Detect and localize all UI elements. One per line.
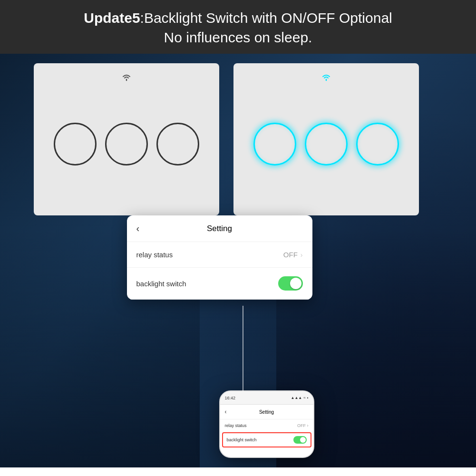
header-title-strong: Update5: [84, 10, 140, 26]
switch-panel-off: [34, 63, 219, 215]
relay-status-value: OFF ›: [283, 251, 303, 259]
battery-icon: ▪: [307, 396, 309, 400]
phone-back-button[interactable]: ‹: [225, 408, 227, 415]
relay-status-chevron-icon: ›: [301, 251, 303, 259]
phone-relay-row: relay status OFF ›: [220, 419, 313, 432]
phone-backlight-label: backlight switch: [227, 437, 257, 442]
phone-bottom-padding: [220, 447, 313, 457]
wifi-icon-left: [121, 73, 132, 84]
phone-relay-value: OFF ›: [297, 423, 309, 428]
relay-status-row[interactable]: relay status OFF ›: [127, 242, 312, 268]
phone-frame: 16:42 ▲▲▲ ≈ ▪ ‹ Setting relay status OFF…: [219, 390, 314, 458]
backlight-toggle[interactable]: [278, 276, 303, 291]
switch-button-2-off: [105, 123, 148, 165]
phone-status-bar: 16:42 ▲▲▲ ≈ ▪: [220, 391, 313, 405]
panels-container: [34, 63, 443, 215]
phone-app-header: ‹ Setting: [220, 405, 313, 419]
header-section: Update5:Backlight Switch with ON/OFF Opt…: [0, 0, 476, 54]
settings-back-button[interactable]: ‹: [136, 223, 140, 234]
toggle-knob: [290, 278, 301, 289]
settings-popup: ‹ Setting relay status OFF › backlight s…: [127, 215, 312, 300]
header-title-colon: :: [140, 10, 144, 26]
switch-panel-on: [233, 63, 419, 215]
phone-backlight-row: backlight switch: [222, 432, 311, 447]
relay-status-label: relay status: [136, 251, 173, 259]
wifi-icon-right: [321, 73, 332, 84]
phone-toggle-knob: [300, 437, 306, 443]
switch-button-1-off: [54, 123, 97, 165]
header-title-rest: Backlight Switch with ON/OFF Optional: [144, 10, 392, 26]
phone-mockup: 16:42 ▲▲▲ ≈ ▪ ‹ Setting relay status OFF…: [219, 390, 314, 458]
main-content: ‹ Setting relay status OFF › backlight s…: [0, 54, 476, 467]
phone-relay-label: relay status: [225, 423, 247, 428]
settings-title: Setting: [207, 224, 232, 233]
header-subtitle: No influences on sleep.: [10, 28, 466, 48]
phone-status-icons: ▲▲▲ ≈ ▪: [291, 396, 309, 400]
phone-backlight-toggle[interactable]: [293, 436, 307, 444]
switch-buttons-on: [253, 123, 399, 165]
switch-button-1-on: [253, 123, 296, 165]
switch-buttons-off: [54, 123, 199, 165]
settings-header: ‹ Setting: [127, 215, 312, 242]
phone-setting-title: Setting: [259, 409, 274, 415]
relay-status-text: OFF: [283, 251, 298, 259]
phone-time: 16:42: [225, 396, 236, 400]
switch-button-3-off: [156, 123, 199, 165]
wifi-status-icon: ≈: [303, 396, 305, 400]
signal-icon: ▲▲▲: [291, 396, 302, 400]
backlight-switch-row[interactable]: backlight switch: [127, 268, 312, 300]
header-title: Update5:Backlight Switch with ON/OFF Opt…: [10, 9, 466, 28]
switch-button-3-on: [356, 123, 399, 165]
connector-arrow: [243, 306, 243, 391]
switch-button-2-on: [305, 123, 348, 165]
backlight-switch-label: backlight switch: [136, 280, 186, 288]
